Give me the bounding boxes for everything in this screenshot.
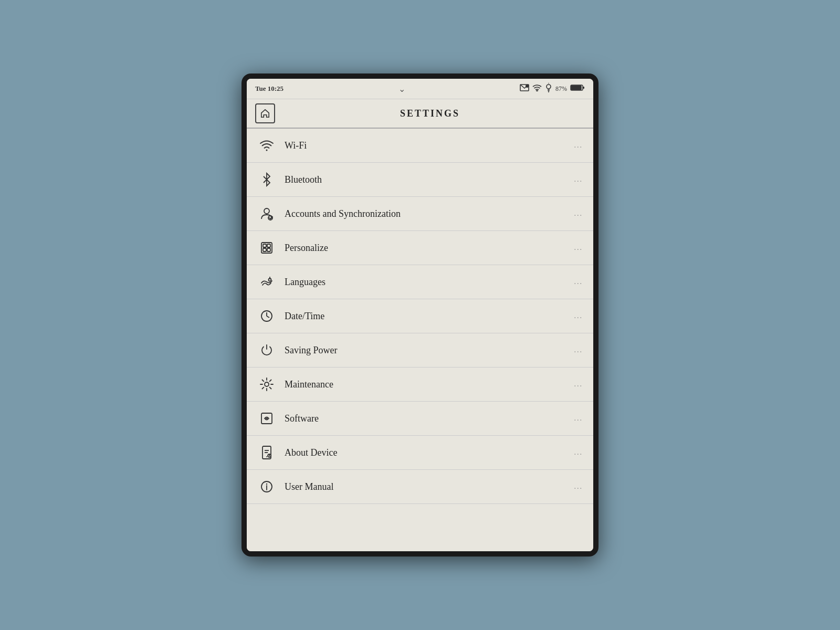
- accounts-icon: [257, 204, 276, 223]
- svg-rect-7: [583, 87, 584, 89]
- settings-item-datetime[interactable]: Date/Time ...: [247, 299, 593, 333]
- maintenance-icon: [257, 375, 276, 394]
- accounts-label: Accounts and Synchronization: [285, 208, 574, 219]
- bluetooth-label: Bluetooth: [285, 174, 574, 185]
- svg-point-3: [547, 85, 551, 89]
- wifi-label: Wi-Fi: [285, 140, 574, 151]
- page-title: SETTINGS: [275, 108, 585, 119]
- nav-bar: SETTINGS: [247, 99, 593, 129]
- svg-point-1: [526, 85, 529, 88]
- battery-percent: 87%: [555, 85, 567, 93]
- accounts-more: ...: [574, 209, 583, 218]
- bluetooth-more: ...: [574, 175, 583, 184]
- usermanual-icon: [257, 477, 276, 496]
- languages-icon: [257, 272, 276, 291]
- svg-line-19: [267, 316, 269, 318]
- email-icon: [520, 84, 529, 93]
- settings-item-aboutdevice[interactable]: About Device ...: [247, 436, 593, 470]
- settings-list[interactable]: Wi-Fi ... Bluetooth ...: [247, 129, 593, 551]
- device-frame: Tue 10:25 ⌄: [242, 74, 598, 556]
- settings-item-accounts[interactable]: Accounts and Synchronization ...: [247, 197, 593, 231]
- battery-icon: [570, 84, 585, 93]
- software-icon: [257, 409, 276, 428]
- svg-rect-12: [263, 244, 266, 247]
- chevron-down-icon: ⌄: [398, 84, 405, 94]
- languages-label: Languages: [285, 277, 574, 288]
- settings-item-languages[interactable]: Languages ...: [247, 265, 593, 299]
- settings-item-bluetooth[interactable]: Bluetooth ...: [247, 163, 593, 197]
- savingpower-more: ...: [574, 346, 583, 354]
- bluetooth-icon: [257, 170, 276, 189]
- svg-point-20: [265, 382, 269, 386]
- settings-item-maintenance[interactable]: Maintenance ...: [247, 368, 593, 402]
- personalize-more: ...: [574, 244, 583, 252]
- usermanual-label: User Manual: [285, 481, 574, 492]
- status-bar: Tue 10:25 ⌄: [247, 79, 593, 99]
- settings-item-savingpower[interactable]: Saving Power ...: [247, 333, 593, 368]
- status-icons: 87%: [520, 83, 585, 94]
- status-time: Tue 10:25: [255, 85, 284, 93]
- maintenance-label: Maintenance: [285, 379, 574, 390]
- svg-rect-15: [267, 248, 270, 251]
- settings-item-usermanual[interactable]: User Manual ...: [247, 470, 593, 504]
- settings-item-personalize[interactable]: Personalize ...: [247, 231, 593, 265]
- svg-rect-14: [263, 248, 266, 251]
- maintenance-more: ...: [574, 380, 583, 388]
- savingpower-label: Saving Power: [285, 345, 574, 356]
- svg-point-31: [266, 484, 267, 485]
- svg-point-8: [266, 150, 268, 151]
- software-label: Software: [285, 413, 574, 424]
- device-screen: Tue 10:25 ⌄: [247, 79, 593, 551]
- svg-point-28: [269, 457, 270, 457]
- svg-point-9: [264, 208, 269, 214]
- light-icon: [545, 83, 552, 94]
- svg-rect-6: [571, 86, 581, 90]
- usermanual-more: ...: [574, 482, 583, 491]
- svg-point-2: [537, 90, 538, 91]
- personalize-label: Personalize: [285, 243, 574, 254]
- datetime-icon: [257, 307, 276, 326]
- aboutdevice-icon: [257, 443, 276, 462]
- datetime-more: ...: [574, 312, 583, 320]
- settings-item-software[interactable]: Software ...: [247, 402, 593, 436]
- wifi-status-icon: [532, 84, 542, 93]
- software-more: ...: [574, 414, 583, 423]
- languages-more: ...: [574, 278, 583, 286]
- power-icon: [257, 341, 276, 360]
- svg-point-23: [266, 456, 267, 457]
- home-button[interactable]: [255, 103, 275, 123]
- settings-item-wifi[interactable]: Wi-Fi ...: [247, 129, 593, 163]
- aboutdevice-label: About Device: [285, 447, 574, 458]
- personalize-icon: [257, 238, 276, 257]
- wifi-more: ...: [574, 141, 583, 150]
- wifi-icon: [257, 136, 276, 155]
- datetime-label: Date/Time: [285, 311, 574, 322]
- aboutdevice-more: ...: [574, 448, 583, 457]
- svg-rect-13: [267, 244, 270, 247]
